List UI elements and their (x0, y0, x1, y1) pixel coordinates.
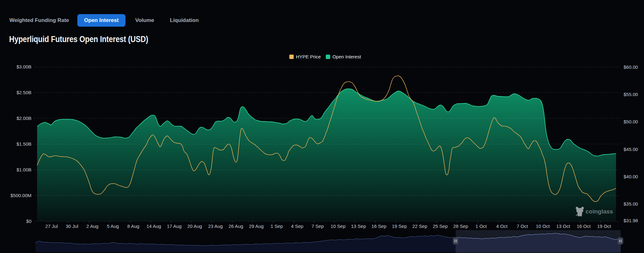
svg-text:$31.98: $31.98 (624, 218, 638, 223)
svg-text:2 Aug: 2 Aug (86, 223, 98, 229)
svg-text:29 Aug: 29 Aug (249, 223, 264, 229)
svg-text:23 Aug: 23 Aug (208, 223, 223, 229)
svg-text:10 Oct: 10 Oct (536, 223, 550, 229)
svg-text:$40.00: $40.00 (624, 174, 638, 179)
svg-text:20 Aug: 20 Aug (187, 223, 202, 229)
svg-text:$3.00B: $3.00B (16, 64, 31, 69)
svg-text:14 Aug: 14 Aug (147, 223, 161, 229)
svg-text:$55.00: $55.00 (624, 92, 638, 97)
svg-text:30 Jul: 30 Jul (66, 223, 78, 229)
svg-text:16 Oct: 16 Oct (577, 223, 591, 229)
svg-text:4 Oct: 4 Oct (496, 223, 508, 229)
svg-text:8 Aug: 8 Aug (127, 223, 139, 229)
svg-text:4 Sep: 4 Sep (291, 223, 303, 229)
svg-text:25 Sep: 25 Sep (433, 223, 448, 229)
svg-text:$45.00: $45.00 (624, 147, 638, 152)
svg-text:coinglass: coinglass (586, 208, 613, 215)
svg-text:27 Jul: 27 Jul (45, 223, 58, 229)
svg-text:5 Aug: 5 Aug (107, 223, 119, 229)
svg-text:$500.00M: $500.00M (10, 193, 31, 198)
svg-text:$0: $0 (26, 218, 31, 224)
svg-text:$2.00B: $2.00B (16, 116, 31, 121)
svg-text:10 Sep: 10 Sep (330, 223, 346, 229)
svg-text:1 Sep: 1 Sep (270, 223, 283, 229)
svg-text:7 Sep: 7 Sep (311, 223, 324, 229)
svg-text:17 Aug: 17 Aug (167, 223, 182, 229)
svg-text:1 Oct: 1 Oct (475, 223, 487, 229)
svg-text:$2.50B: $2.50B (16, 90, 31, 95)
svg-text:7 Oct: 7 Oct (517, 223, 528, 229)
svg-text:13 Oct: 13 Oct (556, 223, 570, 229)
svg-text:$35.00: $35.00 (624, 201, 638, 207)
svg-text:$50.00: $50.00 (624, 119, 638, 124)
svg-text:26 Aug: 26 Aug (229, 223, 243, 229)
svg-text:19 Oct: 19 Oct (597, 223, 611, 229)
svg-text:$1.50B: $1.50B (16, 141, 31, 147)
svg-text:13 Sep: 13 Sep (351, 223, 366, 229)
svg-text:$1.00B: $1.00B (16, 167, 31, 172)
svg-text:22 Sep: 22 Sep (412, 223, 427, 229)
svg-text:28 Sep: 28 Sep (453, 223, 468, 229)
svg-text:16 Sep: 16 Sep (371, 223, 386, 229)
svg-text:19 Sep: 19 Sep (392, 223, 407, 229)
svg-text:$60.00: $60.00 (624, 64, 638, 70)
